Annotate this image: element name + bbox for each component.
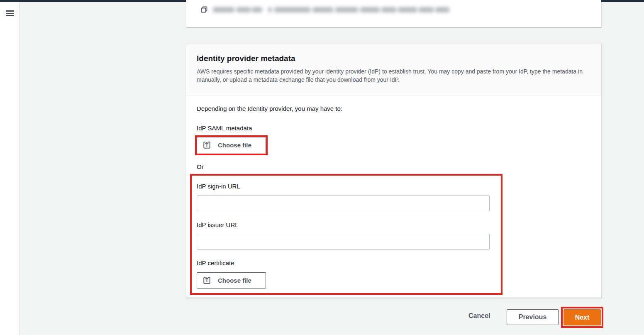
or-label: Or — [197, 163, 204, 170]
next-button[interactable]: Next — [564, 309, 601, 325]
card-description: AWS requires specific metadata provided … — [197, 67, 588, 84]
identity-provider-metadata-card: Identity provider metadata AWS requires … — [186, 44, 601, 298]
idp-issuer-url-label: IdP issuer URL — [197, 221, 239, 228]
idp-signin-url-input[interactable] — [197, 196, 490, 211]
previous-button[interactable]: Previous — [507, 309, 559, 325]
copy-icon[interactable] — [200, 6, 208, 13]
card-header: Identity provider metadata AWS requires … — [186, 44, 601, 95]
idp-issuer-url-input[interactable] — [197, 234, 490, 249]
choose-file-label: Choose file — [218, 142, 251, 149]
certificate-choose-file-button[interactable]: Choose file — [197, 272, 266, 289]
form-intro-text: Depending on the Identity provider, you … — [197, 105, 342, 112]
choose-file-label: Choose file — [218, 277, 251, 284]
idp-signin-url-label: IdP sign-in URL — [197, 183, 240, 190]
upload-icon — [203, 277, 210, 284]
redacted-url-text — [213, 7, 449, 12]
hamburger-menu-icon[interactable] — [6, 10, 14, 16]
idp-certificate-label: IdP certificate — [197, 259, 234, 267]
saml-metadata-choose-file-button[interactable]: Choose file — [197, 137, 266, 153]
page-title: Identity provider metadata — [197, 54, 591, 64]
cancel-button[interactable]: Cancel — [468, 312, 492, 320]
page: Identity provider metadata AWS requires … — [0, 0, 644, 335]
sign-in-url-card — [186, 0, 601, 27]
idp-saml-metadata-label: IdP SAML metadata — [197, 125, 252, 132]
left-sidebar — [0, 2, 20, 335]
upload-icon — [203, 142, 210, 149]
